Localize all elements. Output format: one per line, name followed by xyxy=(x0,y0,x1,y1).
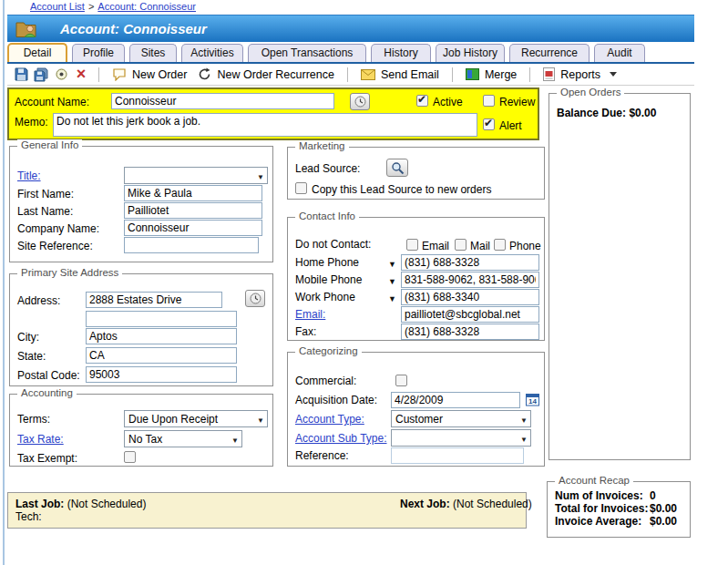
last-name-input[interactable] xyxy=(124,202,262,219)
do-not-contact-label: Do not Contact: xyxy=(295,238,371,251)
tax-rate-link[interactable]: Tax Rate: xyxy=(17,433,64,446)
account-recap-section: Account Recap Num of Invoices:0 Total fo… xyxy=(547,481,691,538)
postal-code-input[interactable] xyxy=(86,366,237,383)
alert-checkbox[interactable] xyxy=(483,118,495,130)
recurrence-icon xyxy=(198,67,211,81)
mobile-phone-label: Mobile Phone xyxy=(295,273,362,286)
do-not-contact-phone-checkbox[interactable] xyxy=(494,239,506,251)
memo-label: Memo: xyxy=(15,116,48,128)
do-not-contact-mail-checkbox[interactable] xyxy=(455,239,467,251)
memo-textarea[interactable]: Do not let this jerk book a job. xyxy=(53,113,477,137)
save-icon xyxy=(15,67,28,81)
work-phone-type-dropdown-icon[interactable] xyxy=(388,292,396,304)
do-not-contact-email-checkbox[interactable] xyxy=(406,239,418,251)
lead-source-lookup-button[interactable] xyxy=(386,159,408,177)
address-label: Address: xyxy=(17,294,60,307)
tab-profile[interactable]: Profile xyxy=(72,44,125,62)
magnifier-icon xyxy=(391,161,405,175)
postal-code-label: Postal Code: xyxy=(17,369,80,382)
fax-input[interactable] xyxy=(401,324,539,340)
address-line2-input[interactable] xyxy=(86,311,237,327)
mobile-phone-type-dropdown-icon[interactable] xyxy=(388,274,396,287)
email-input[interactable] xyxy=(401,306,539,323)
new-order-recurrence-button[interactable]: New Order Recurrence xyxy=(192,67,340,81)
dropdown-arrow-icon xyxy=(518,413,530,426)
email-link[interactable]: Email: xyxy=(295,308,325,321)
dropdown-arrow-icon xyxy=(229,433,241,446)
record-button[interactable] xyxy=(52,66,70,84)
reports-button[interactable]: Reports xyxy=(538,67,622,81)
terms-label: Terms: xyxy=(17,413,50,426)
review-checkbox[interactable] xyxy=(483,95,495,107)
city-input[interactable] xyxy=(86,328,237,344)
copy-lead-source-checkbox[interactable] xyxy=(295,182,307,194)
address-line1-input[interactable] xyxy=(86,292,222,308)
marketing-section: Marketing Lead Source: Copy this Lead So… xyxy=(287,147,545,200)
first-name-label: First Name: xyxy=(17,188,74,200)
tab-sites[interactable]: Sites xyxy=(129,44,177,62)
tab-open-transactions[interactable]: Open Transactions xyxy=(248,44,366,62)
new-order-button[interactable]: New Order xyxy=(107,67,192,81)
tab-audit[interactable]: Audit xyxy=(594,44,645,62)
open-orders-section: Open Orders Balance Due: $0.00 xyxy=(549,93,691,460)
copy-lead-source-label: Copy this Lead Source to new orders xyxy=(312,183,491,196)
tax-exempt-label: Tax Exempt: xyxy=(17,452,77,465)
primary-site-address-legend: Primary Site Address xyxy=(17,267,122,278)
commercial-label: Commercial: xyxy=(295,375,356,387)
tax-exempt-checkbox[interactable] xyxy=(124,451,136,463)
tab-history[interactable]: History xyxy=(371,44,431,62)
title-select[interactable] xyxy=(124,167,268,184)
recap-total-invoices: Total for Invoices:$0.00 xyxy=(555,502,677,515)
account-recap-legend: Account Recap xyxy=(555,475,633,486)
tab-activities[interactable]: Activities xyxy=(181,44,243,62)
account-type-link[interactable]: Account Type: xyxy=(295,413,364,426)
acquisition-date-input[interactable] xyxy=(391,392,520,408)
active-checkbox[interactable] xyxy=(416,95,428,107)
breadcrumb: Account List>Account: Connoisseur xyxy=(30,1,196,12)
breadcrumb-account-list-link[interactable]: Account List xyxy=(30,1,85,12)
home-phone-type-dropdown-icon[interactable] xyxy=(388,257,396,270)
toolbar: New Order New Order Recurrence Send Emai… xyxy=(7,64,694,86)
breadcrumb-current-link[interactable]: Account: Connoisseur xyxy=(97,1,196,12)
dropdown-arrow-icon xyxy=(254,170,267,182)
site-reference-input[interactable] xyxy=(124,237,259,253)
reference-input[interactable] xyxy=(391,447,524,464)
account-name-history-button[interactable] xyxy=(350,93,370,110)
save-button[interactable] xyxy=(12,66,30,84)
acquisition-date-calendar-button[interactable]: 14 xyxy=(524,391,542,408)
address-history-button[interactable] xyxy=(245,290,265,307)
home-phone-label: Home Phone xyxy=(295,256,359,269)
company-name-input[interactable] xyxy=(124,220,262,236)
tab-job-history[interactable]: Job History xyxy=(436,44,505,62)
send-email-button[interactable]: Send Email xyxy=(355,68,445,81)
first-name-input[interactable] xyxy=(124,185,262,201)
breadcrumb-separator: > xyxy=(88,1,94,12)
delete-button[interactable] xyxy=(72,66,90,84)
clock-icon xyxy=(354,96,366,108)
tax-rate-select[interactable]: No Tax xyxy=(124,430,242,447)
commercial-checkbox[interactable] xyxy=(395,375,407,386)
last-name-label: Last Name: xyxy=(17,205,73,218)
mobile-phone-input[interactable] xyxy=(401,272,539,288)
terms-select[interactable]: Due Upon Receipt xyxy=(124,410,268,427)
do-not-contact-phone-label: Phone xyxy=(509,240,541,252)
tab-detail[interactable]: Detail xyxy=(7,43,67,62)
acquisition-date-label: Acquisition Date: xyxy=(295,394,377,406)
account-sub-type-select[interactable] xyxy=(391,429,531,447)
account-type-select[interactable]: Customer xyxy=(391,410,531,427)
account-sub-type-link[interactable]: Account Sub Type: xyxy=(295,432,387,445)
tab-recurrence[interactable]: Recurrence xyxy=(509,44,590,62)
state-input[interactable] xyxy=(86,347,237,364)
home-phone-input[interactable] xyxy=(401,254,539,271)
work-phone-input[interactable] xyxy=(401,289,539,305)
merge-button[interactable]: Merge xyxy=(460,68,522,81)
account-name-input[interactable] xyxy=(111,93,334,109)
svg-text:14: 14 xyxy=(528,397,537,406)
reference-label: Reference: xyxy=(295,449,349,462)
page-title: Account: Connoisseur xyxy=(60,21,207,36)
save-and-new-button[interactable] xyxy=(32,66,50,84)
toolbar-separator xyxy=(529,67,530,82)
job-summary-bar: Last Job: (Not Scheduled) Tech: Next Job… xyxy=(7,492,527,529)
account-banner: Account Name: Active Review Memo: Do not… xyxy=(7,87,539,140)
title-link[interactable]: Title: xyxy=(17,170,41,182)
